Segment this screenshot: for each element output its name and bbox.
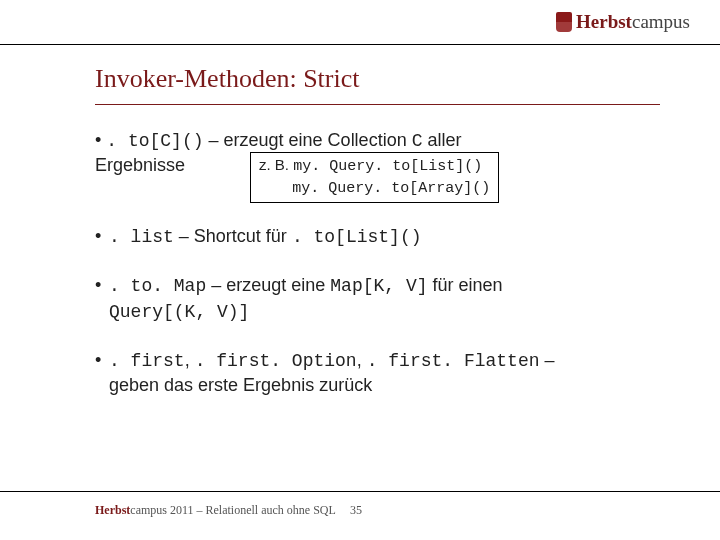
example-box: z. B. my. Query. to[List]() my. Query. t… <box>250 152 499 203</box>
ex-line1: my. Query. to[List]() <box>293 158 482 175</box>
bullet-2: • . list – Shortcut für . to[List]() <box>95 224 660 249</box>
bullet-1: • . to[C]() – erzeugt eine Collection C … <box>95 128 660 200</box>
ex-prefix: z. B. <box>259 156 293 173</box>
b3-t2: für einen <box>428 275 503 295</box>
brand-logo: Herbstcampus <box>556 11 690 33</box>
bullet-4: • . first, . first. Option, . first. Fla… <box>95 348 660 398</box>
b3-code3: Query[(K, V)] <box>109 302 249 322</box>
b1-t1: – erzeugt eine Collection <box>204 130 412 150</box>
b4-t2: geben das erste Ergebnis zurück <box>109 375 372 395</box>
b1-code1: . to[C]() <box>106 131 203 151</box>
brand-part1: Herbst <box>576 11 632 32</box>
brand-part2: campus <box>632 11 690 32</box>
header-bar: Herbstcampus <box>0 0 720 44</box>
b2-code1: . list <box>109 227 174 247</box>
b4-t1: – <box>540 350 555 370</box>
title-underline <box>95 104 660 105</box>
brand-text: Herbstcampus <box>576 11 690 33</box>
b1-t2: aller <box>422 130 461 150</box>
b4-s2: , <box>357 350 367 370</box>
b3-t1: – erzeugt eine <box>206 275 330 295</box>
footer-rest: campus 2011 – Relationell auch ohne SQL <box>130 503 336 517</box>
b3-code2: Map[K, V] <box>330 276 427 296</box>
slide-title: Invoker-Methoden: Strict <box>95 64 359 94</box>
ex-pad <box>259 178 292 195</box>
footer-brand: Herbst <box>95 503 130 517</box>
page-number: 35 <box>350 503 362 518</box>
b1-code2: C <box>412 131 423 151</box>
b4-s1: , <box>185 350 195 370</box>
b4-code1: . first <box>109 351 185 371</box>
b3-code1: . to. Map <box>109 276 206 296</box>
footer-divider <box>0 491 720 492</box>
b4-code2: . first. Option <box>195 351 357 371</box>
ex-line2: my. Query. to[Array]() <box>292 180 490 197</box>
b2-t1: – Shortcut für <box>174 226 292 246</box>
bullet-3: • . to. Map – erzeugt eine Map[K, V] für… <box>95 273 660 324</box>
footer-text: Herbstcampus 2011 – Relationell auch ohn… <box>95 503 336 518</box>
header-divider <box>0 44 720 45</box>
b2-code2: . to[List]() <box>292 227 422 247</box>
b4-code3: . first. Flatten <box>367 351 540 371</box>
crest-icon <box>556 12 572 32</box>
content-area: • . to[C]() – erzeugt eine Collection C … <box>95 128 660 421</box>
